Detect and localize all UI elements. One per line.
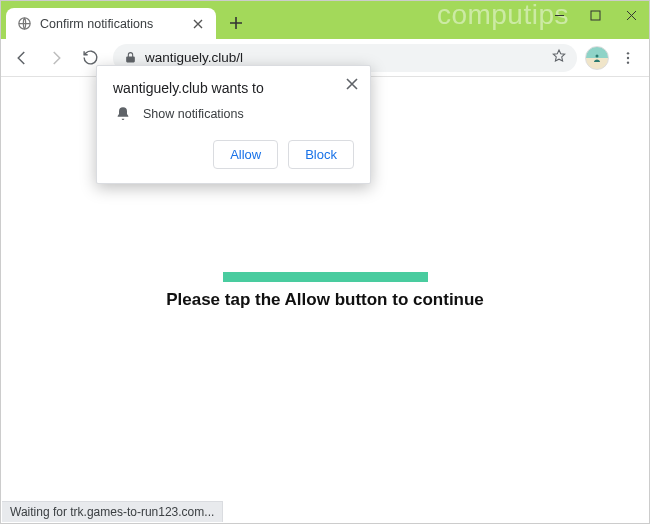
profile-avatar[interactable] <box>585 46 609 70</box>
new-tab-button[interactable] <box>222 9 250 37</box>
bookmark-star-icon[interactable] <box>551 48 567 68</box>
status-bar: Waiting for trk.games-to-run123.com... <box>2 501 223 522</box>
svg-point-5 <box>627 61 629 63</box>
globe-icon <box>16 16 32 32</box>
window-titlebar: computips Confirm notifications <box>1 1 649 39</box>
maximize-button[interactable] <box>577 1 613 29</box>
accent-bar <box>223 272 428 282</box>
permission-item: Show notifications <box>115 106 354 122</box>
allow-button[interactable]: Allow <box>213 140 278 169</box>
svg-rect-1 <box>591 11 600 20</box>
browser-tab[interactable]: Confirm notifications <box>6 8 216 39</box>
tab-close-button[interactable] <box>190 16 206 32</box>
close-window-button[interactable] <box>613 1 649 29</box>
window-controls <box>541 1 649 29</box>
url-input[interactable] <box>145 50 543 65</box>
back-button[interactable] <box>7 43 37 73</box>
permission-origin-text: wantiguely.club wants to <box>113 80 354 96</box>
kebab-menu-icon[interactable] <box>613 43 643 73</box>
permission-label: Show notifications <box>143 107 244 121</box>
lock-icon <box>123 51 137 65</box>
tab-title: Confirm notifications <box>40 17 182 31</box>
svg-point-3 <box>627 52 629 54</box>
page-message: Please tap the Allow button to continue <box>2 290 648 310</box>
bell-icon <box>115 106 131 122</box>
block-button[interactable]: Block <box>288 140 354 169</box>
dialog-close-button[interactable] <box>342 74 362 94</box>
svg-point-2 <box>596 54 599 57</box>
forward-button[interactable] <box>41 43 71 73</box>
permission-dialog: wantiguely.club wants to Show notificati… <box>96 65 371 184</box>
permission-actions: Allow Block <box>113 140 354 169</box>
svg-point-4 <box>627 56 629 58</box>
minimize-button[interactable] <box>541 1 577 29</box>
